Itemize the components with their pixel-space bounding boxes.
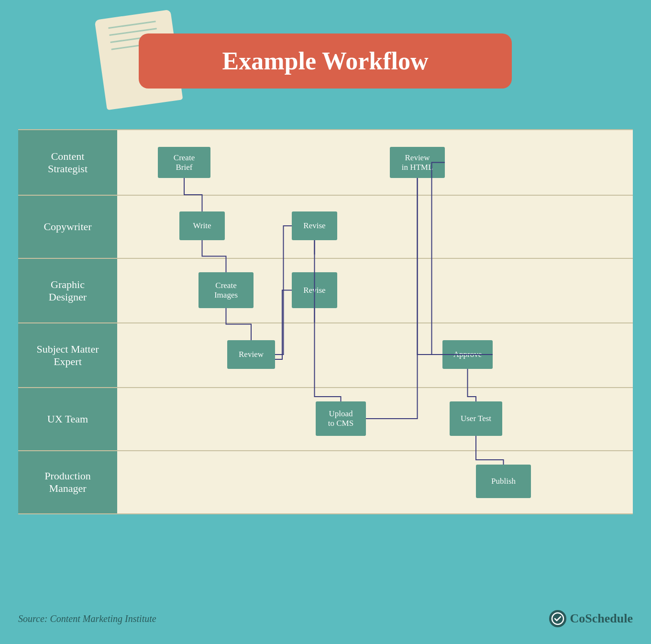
title-banner: Example Workflow bbox=[139, 33, 512, 89]
task-user-test: User Test bbox=[450, 401, 502, 436]
task-write: Write bbox=[179, 211, 225, 240]
role-graphic-designer: GraphicDesigner bbox=[18, 259, 117, 322]
role-content-strategist: ContentStrategist bbox=[18, 130, 117, 195]
role-copywriter: Copywriter bbox=[18, 196, 117, 258]
task-upload-cms: Uploadto CMS bbox=[316, 401, 366, 436]
task-area-subject-matter-expert: Review Approve bbox=[117, 323, 633, 387]
row-ux-team: UX Team Uploadto CMS User Test bbox=[18, 388, 633, 451]
footer: Source: Content Marketing Institute CoSc… bbox=[18, 610, 633, 627]
task-revise-copy: Revise bbox=[292, 211, 337, 240]
task-review-html: Reviewin HTML bbox=[390, 147, 445, 178]
task-approve: Approve bbox=[442, 340, 493, 369]
role-ux-team: UX Team bbox=[18, 388, 117, 450]
row-content-strategist: ContentStrategist CreateBrief Reviewin H… bbox=[18, 129, 633, 196]
svg-point-2 bbox=[552, 613, 563, 624]
task-publish: Publish bbox=[476, 465, 531, 498]
page-title: Example Workflow bbox=[222, 47, 429, 75]
task-review: Review bbox=[227, 340, 275, 369]
role-production-manager: ProductionManager bbox=[18, 451, 117, 513]
task-create-brief: CreateBrief bbox=[158, 147, 210, 178]
row-copywriter: Copywriter Write Revise bbox=[18, 196, 633, 259]
task-create-images: CreateImages bbox=[199, 272, 254, 308]
row-production-manager: ProductionManager Publish bbox=[18, 451, 633, 514]
logo-text: CoSchedule bbox=[570, 611, 633, 626]
task-revise-images: Revise bbox=[292, 272, 337, 308]
task-area-production-manager: Publish bbox=[117, 451, 633, 513]
logo-area: CoSchedule bbox=[549, 610, 633, 627]
logo-icon bbox=[549, 610, 566, 627]
task-area-ux-team: Uploadto CMS User Test bbox=[117, 388, 633, 450]
task-area-content-strategist: CreateBrief Reviewin HTML bbox=[117, 130, 633, 195]
task-area-copywriter: Write Revise bbox=[117, 196, 633, 258]
row-graphic-designer: GraphicDesigner CreateImages Revise bbox=[18, 259, 633, 323]
row-subject-matter-expert: Subject MatterExpert Review Approve bbox=[18, 323, 633, 388]
task-area-graphic-designer: CreateImages Revise bbox=[117, 259, 633, 322]
source-text: Source: Content Marketing Institute bbox=[18, 613, 156, 624]
role-subject-matter-expert: Subject MatterExpert bbox=[18, 323, 117, 387]
workflow-container: ContentStrategist CreateBrief Reviewin H… bbox=[18, 129, 633, 591]
